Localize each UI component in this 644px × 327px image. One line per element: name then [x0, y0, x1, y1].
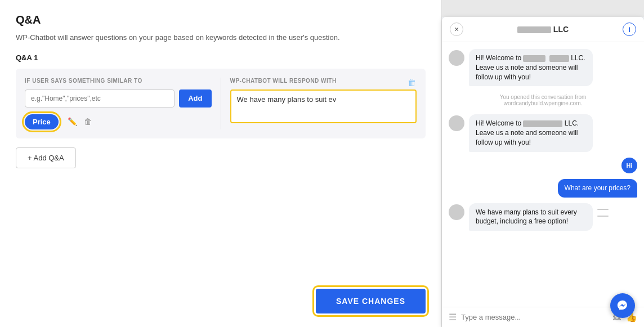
chat-company-blur: [517, 26, 551, 33]
chat-input[interactable]: [461, 313, 608, 321]
qa-section-label: Q&A 1: [16, 53, 426, 62]
save-changes-button[interactable]: SAVE CHANGES: [316, 289, 426, 313]
system-note: You opened this conversation fromwordcan…: [449, 92, 637, 109]
blur-2a: [523, 120, 562, 127]
chat-header: × LLC i: [442, 17, 644, 42]
qa-col-right: WP-CHATBOT WILL RESPOND WITH 🗑 We have m…: [221, 78, 417, 129]
more-options-icon: [597, 209, 609, 217]
left-panel: Q&A WP-Chatbot will answer questions on …: [0, 0, 441, 327]
page-description: WP-Chatbot will answer questions on your…: [16, 32, 426, 43]
bot-avatar-1: [449, 50, 464, 66]
add-keyword-button[interactable]: Add: [179, 89, 211, 107]
right-panel: × LLC i Hi! Welcome to LLC. Leave us a n…: [441, 0, 644, 327]
blur-1b: [549, 55, 569, 62]
bot-bubble-2: Hi! Welcome to LLC. Leave us a note and …: [469, 114, 593, 151]
delete-keyword-button[interactable]: 🗑: [82, 115, 94, 128]
chat-window: × LLC i Hi! Welcome to LLC. Leave us a n…: [442, 17, 644, 327]
keyword-input[interactable]: [25, 89, 175, 107]
edit-keyword-button[interactable]: ✏️: [65, 115, 79, 128]
chat-close-button[interactable]: ×: [450, 23, 463, 36]
user-message-row: Hi: [449, 158, 637, 173]
response-textarea[interactable]: We have many plans to suit ev: [230, 89, 417, 123]
tag-row: Price ✏️ 🗑: [25, 114, 212, 129]
bot-response-row: We have many plans to suit every budget,…: [449, 203, 637, 231]
user-bubble: What are your prices?: [558, 179, 637, 198]
bot-avatar-3: [449, 204, 464, 220]
chat-info-button[interactable]: i: [623, 23, 636, 36]
col-left-header: IF USER SAYS SOMETHING SIMILAR TO: [25, 78, 212, 84]
col-right-header: WP-CHATBOT WILL RESPOND WITH: [230, 78, 417, 84]
delete-response-icon[interactable]: 🗑: [408, 78, 417, 88]
chat-topbar-blur: [442, 0, 644, 17]
blur-1a: [523, 55, 545, 62]
messenger-icon: [616, 299, 629, 312]
bot-bubble-1: Hi! Welcome to LLC. Leave us a note and …: [469, 49, 593, 86]
chat-menu-icon[interactable]: ☰: [449, 312, 457, 322]
user-bubble-row: What are your prices?: [449, 179, 637, 198]
chat-messages: Hi! Welcome to LLC. Leave us a note and …: [442, 42, 644, 307]
chat-header-llc: LLC: [553, 25, 569, 34]
bot-message-row-1: Hi! Welcome to LLC. Leave us a note and …: [449, 49, 637, 86]
add-qa-button[interactable]: + Add Q&A: [16, 147, 76, 168]
chat-header-title: LLC: [463, 25, 623, 34]
keyword-input-row: Add: [25, 89, 212, 107]
bot-response-bubble: We have many plans to suit every budget,…: [469, 203, 593, 231]
qa-col-left: IF USER SAYS SOMETHING SIMILAR TO Add Pr…: [25, 78, 221, 129]
keyword-tag[interactable]: Price: [25, 114, 59, 129]
messenger-fab-button[interactable]: [610, 293, 635, 318]
bot-avatar-2: [449, 115, 464, 131]
page-title: Q&A: [16, 14, 426, 26]
bot-message-row-2: Hi! Welcome to LLC. Leave us a note and …: [449, 114, 637, 151]
user-avatar: Hi: [621, 158, 637, 173]
qa-card: IF USER SAYS SOMETHING SIMILAR TO Add Pr…: [16, 69, 426, 138]
